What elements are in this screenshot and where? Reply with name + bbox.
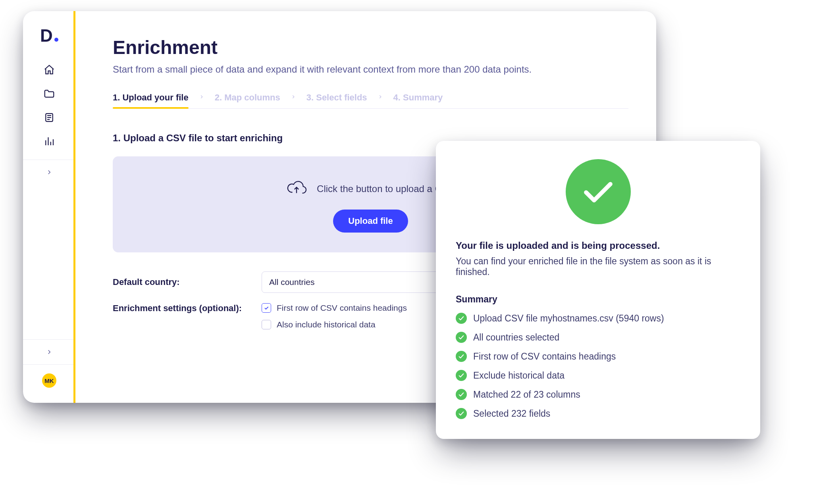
folder-icon[interactable] [43, 87, 56, 100]
summary-item-text: Matched 22 of 23 columns [473, 389, 580, 400]
checkbox-icon [262, 320, 271, 329]
page-title: Enrichment [113, 37, 628, 58]
summary-item: Matched 22 of 23 columns [456, 389, 740, 400]
summary-item: First row of CSV contains headings [456, 351, 740, 362]
checkbox-label: Also include historical data [277, 320, 376, 329]
summary-item: Upload CSV file myhostnames.csv (5940 ro… [456, 313, 740, 324]
bar-chart-icon[interactable] [43, 135, 56, 148]
summary-item-text: Exclude historical data [473, 370, 564, 381]
card-subtitle: You can find your enriched file in the f… [456, 256, 740, 277]
app-logo: D [40, 27, 58, 44]
news-icon[interactable] [43, 111, 56, 124]
home-icon[interactable] [43, 63, 56, 76]
page-subtitle: Start from a small piece of data and exp… [113, 64, 628, 75]
upload-file-button[interactable]: Upload file [333, 210, 408, 233]
sidebar-expand-bottom[interactable] [23, 340, 75, 364]
sidebar-divider [23, 364, 75, 365]
chevron-right-icon [291, 94, 296, 101]
step-map-columns[interactable]: 2. Map columns [215, 92, 280, 103]
summary-item-text: First row of CSV contains headings [473, 351, 616, 362]
chevron-right-icon [378, 94, 383, 101]
step-select-fields[interactable]: 3. Select fields [306, 92, 367, 103]
sidebar-nav [43, 63, 56, 148]
dropzone-text: Click the button to upload a CSV [317, 183, 455, 194]
sidebar-expand-top[interactable] [23, 160, 75, 185]
summary-list: Upload CSV file myhostnames.csv (5940 ro… [456, 313, 740, 419]
step-upload[interactable]: 1. Upload your file [113, 92, 189, 103]
step-summary[interactable]: 4. Summary [393, 92, 443, 103]
checkbox-label: First row of CSV contains headings [277, 303, 407, 313]
settings-label: Enrichment settings (optional): [113, 303, 262, 314]
checkbox-icon [262, 303, 271, 313]
cloud-upload-icon [287, 180, 306, 198]
country-label: Default country: [113, 277, 262, 287]
summary-item-text: Selected 232 fields [473, 408, 550, 419]
chevron-right-icon [199, 94, 204, 101]
stepper: 1. Upload your file 2. Map columns 3. Se… [113, 92, 628, 109]
logo-dot-icon [54, 38, 58, 42]
avatar[interactable]: MK [42, 373, 56, 388]
logo-letter: D [40, 27, 53, 44]
summary-item: Exclude historical data [456, 370, 740, 381]
summary-item-text: Upload CSV file myhostnames.csv (5940 ro… [473, 313, 664, 324]
check-circle-icon [456, 313, 467, 324]
processing-card: Your file is uploaded and is being proce… [436, 141, 760, 439]
sidebar: D MK [23, 11, 75, 403]
check-circle-icon [456, 332, 467, 343]
summary-item: Selected 232 fields [456, 408, 740, 419]
sidebar-accent-line [73, 11, 75, 403]
check-circle-icon [456, 351, 467, 362]
check-circle-icon [456, 370, 467, 381]
summary-heading: Summary [456, 294, 740, 305]
card-title: Your file is uploaded and is being proce… [456, 240, 740, 251]
check-circle-icon [456, 389, 467, 400]
summary-item-text: All countries selected [473, 332, 559, 343]
dropzone-hint: Click the button to upload a CSV [287, 180, 455, 198]
summary-item: All countries selected [456, 332, 740, 343]
check-circle-icon [456, 408, 467, 419]
success-check-icon [566, 159, 631, 224]
